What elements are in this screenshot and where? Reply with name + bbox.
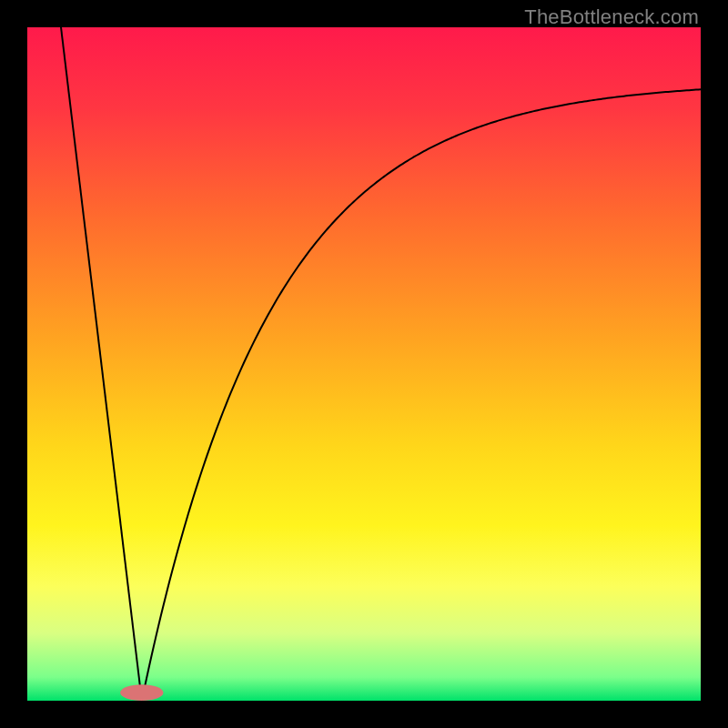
- gradient-background: [27, 27, 701, 701]
- watermark-text: TheBottleneck.com: [524, 5, 699, 29]
- bottleneck-chart: [27, 27, 701, 701]
- optimum-marker: [120, 684, 163, 701]
- chart-frame: TheBottleneck.com: [0, 0, 728, 728]
